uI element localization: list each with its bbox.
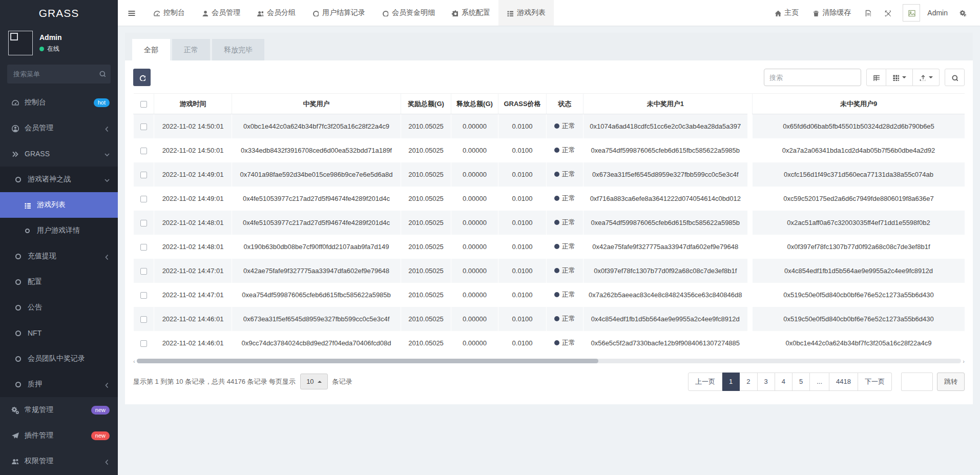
select-all-checkbox[interactable]	[140, 101, 147, 108]
page-button-4[interactable]: 4	[775, 373, 793, 391]
sidebar-item-staking[interactable]: 质押	[0, 371, 118, 397]
cell-status: 正常	[547, 114, 583, 138]
table-toolbar	[133, 69, 965, 86]
col-loser1[interactable]: 未中奖用户1	[583, 94, 747, 114]
row-checkbox[interactable]	[140, 123, 147, 130]
sidebar-item-members[interactable]: 会员管理	[0, 115, 118, 141]
jump-page-input[interactable]	[901, 373, 933, 391]
cell-game-time: 2022-11-02 14:47:01	[154, 283, 232, 307]
col-grass-price[interactable]: GRASS价格	[498, 94, 547, 114]
cell-reward: 2010.05025	[401, 187, 451, 211]
topnav-dashboard[interactable]: 控制台	[145, 0, 193, 26]
advanced-search-button[interactable]	[945, 69, 965, 86]
clear-cache-button[interactable]: 清除缓存	[805, 8, 858, 17]
topnav-game-list[interactable]: 游戏列表	[498, 0, 554, 26]
circle-icon	[13, 279, 23, 285]
columns-button[interactable]	[886, 69, 913, 86]
page-button-3[interactable]: 3	[758, 373, 775, 391]
cell-winner: 0x9cc74dc3784024cb8d9ed27f04eda70406fcd0…	[232, 331, 401, 355]
row-checkbox[interactable]	[140, 292, 147, 299]
cell-price: 0.0100	[498, 162, 547, 187]
status-dot-icon	[554, 148, 559, 153]
col-status[interactable]: 状态	[547, 94, 583, 114]
sidebar-item-plugin-management[interactable]: 插件管理 new	[0, 423, 118, 448]
jump-button[interactable]: 跳转	[937, 373, 965, 391]
sidebar-search-input[interactable]	[7, 65, 111, 84]
col-loser9[interactable]: 未中奖用户9	[753, 94, 965, 114]
log-file-button[interactable]	[858, 10, 878, 16]
cell-game-time: 2022-11-02 14:50:01	[154, 114, 232, 138]
sidebar-item-team-prize-records[interactable]: 会员团队中奖记录	[0, 346, 118, 371]
circle-icon	[13, 177, 23, 182]
sidebar-item-permission-management[interactable]: 权限管理	[0, 448, 118, 474]
sidebar-item-dashboard[interactable]: 控制台 hot	[0, 90, 118, 115]
topbar-avatar[interactable]	[903, 4, 920, 22]
admin-menu[interactable]: Admin	[922, 9, 953, 17]
scrollbar-thumb[interactable]	[137, 359, 598, 363]
topnav-member-groups[interactable]: 会员分组	[248, 0, 304, 26]
scroll-left-icon[interactable]: ‹	[133, 358, 135, 364]
home-button[interactable]: 主页	[767, 8, 805, 17]
settings-button[interactable]	[953, 10, 973, 16]
row-checkbox[interactable]	[140, 220, 147, 226]
page-button-last[interactable]: 4418	[829, 373, 858, 391]
page-ellipsis[interactable]: ...	[810, 373, 829, 391]
table-search-input[interactable]	[764, 69, 861, 86]
circle-icon	[13, 254, 23, 259]
tab-released[interactable]: 释放完毕	[212, 39, 264, 60]
topnav-system-config[interactable]: 系统配置	[443, 0, 498, 26]
status-label: 正常	[562, 315, 575, 322]
page-size-select[interactable]: 10	[300, 374, 327, 389]
sidebar-item-general-management[interactable]: 常规管理 new	[0, 397, 118, 423]
col-game-time[interactable]: 游戏时间	[154, 94, 232, 114]
hamburger-menu-icon[interactable]	[118, 0, 145, 26]
topnav-fund-details[interactable]: 会员资金明细	[373, 0, 443, 26]
sidebar-item-label: 游戏列表	[37, 200, 66, 210]
sidebar-item-label: 控制台	[25, 98, 46, 107]
sidebar-item-recharge-withdraw[interactable]: 充值提现	[0, 243, 118, 269]
row-checkbox[interactable]	[140, 148, 147, 154]
sidebar-item-game-of-gods[interactable]: 游戏诸神之战	[0, 167, 118, 192]
topnav-members[interactable]: 会员管理	[193, 0, 248, 26]
cell-price: 0.0100	[498, 283, 547, 307]
row-checkbox[interactable]	[140, 196, 147, 202]
page-button-1[interactable]: 1	[722, 373, 740, 391]
avatar[interactable]	[8, 31, 33, 55]
sidebar-item-game-list[interactable]: 游戏列表	[0, 192, 118, 218]
row-checkbox[interactable]	[140, 172, 147, 178]
tab-all[interactable]: 全部	[132, 39, 170, 60]
export-button[interactable]	[913, 69, 940, 86]
row-checkbox[interactable]	[140, 340, 147, 347]
table-icon	[873, 74, 880, 81]
sidebar-item-user-game-detail[interactable]: 用户游戏详情	[0, 218, 118, 243]
sidebar-item-nft[interactable]: NFT	[0, 320, 118, 346]
toggle-view-button[interactable]	[866, 69, 886, 86]
topnav-settlement-records[interactable]: 用户结算记录	[304, 0, 373, 26]
cell-released: 0.00000	[451, 114, 498, 138]
clear-cache-label: 清除缓存	[822, 8, 851, 17]
prev-page-button[interactable]: 上一页	[688, 373, 722, 391]
cogs-icon	[960, 10, 966, 16]
col-winner[interactable]: 中奖用户	[232, 94, 401, 114]
cell-game-time: 2022-11-02 14:49:01	[154, 187, 232, 211]
page-button-2[interactable]: 2	[740, 373, 757, 391]
scroll-right-icon[interactable]: ›	[963, 358, 965, 364]
col-released-total[interactable]: 释放总额(G)	[451, 94, 498, 114]
page-button-5[interactable]: 5	[793, 373, 810, 391]
main-area: 控制台 会员管理 会员分组 用户结算记录 会员资金明细 系统配置	[118, 0, 980, 475]
col-reward-total[interactable]: 奖励总额(G)	[401, 94, 451, 114]
fullscreen-button[interactable]	[878, 10, 898, 16]
row-checkbox[interactable]	[140, 268, 147, 275]
row-checkbox[interactable]	[140, 316, 147, 323]
gear-icon	[451, 10, 458, 16]
row-checkbox[interactable]	[140, 244, 147, 251]
new-badge: new	[91, 431, 110, 440]
next-page-button[interactable]: 下一页	[858, 373, 892, 391]
sidebar-item-grass[interactable]: GRASS	[0, 141, 118, 167]
sidebar-item-announcement[interactable]: 公告	[0, 295, 118, 320]
scrollbar-track[interactable]	[137, 359, 962, 363]
refresh-button[interactable]	[133, 69, 151, 86]
cell-loser9: 0xc59c520175ed2a6d6c7949fde8806019f8a636…	[753, 187, 965, 211]
tab-normal[interactable]: 正常	[172, 39, 210, 60]
sidebar-item-config[interactable]: 配置	[0, 269, 118, 295]
